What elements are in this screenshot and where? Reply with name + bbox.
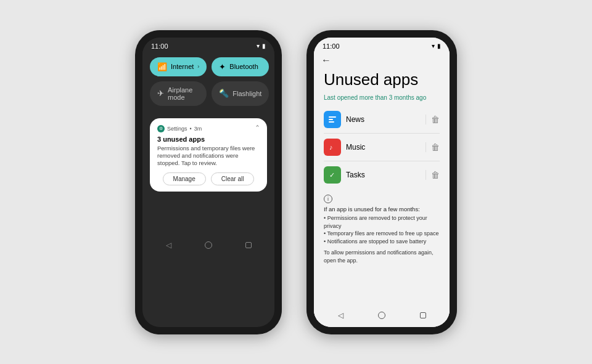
notif-app-name: Settings bbox=[167, 126, 187, 132]
app-row-tasks[interactable]: ✓ Tasks 🗑 bbox=[324, 161, 440, 188]
back-arrow-button[interactable]: ← bbox=[321, 55, 331, 65]
expand-icon[interactable]: ˄ bbox=[255, 124, 260, 133]
back-icon-1: ◁ bbox=[166, 241, 171, 249]
qs-tile-flashlight[interactable]: 🔦 Flashlight bbox=[212, 81, 269, 106]
status-bar-2: 11:00 ▾ ▮ bbox=[314, 38, 450, 52]
status-icons-2: ▾ ▮ bbox=[432, 42, 441, 49]
phone1-shell: 11:00 ▾ ▮ 📶 Internet › ✦ Bluetooth ✈ Air… bbox=[135, 30, 282, 334]
tasks-app-icon: ✓ bbox=[324, 166, 341, 184]
back-button-1[interactable]: ◁ bbox=[163, 240, 174, 251]
screen-content: Unused apps Last opened more than 3 mont… bbox=[314, 68, 450, 304]
svg-rect-2 bbox=[329, 121, 334, 123]
music-app-name: Music bbox=[346, 143, 421, 152]
recents-button-2[interactable] bbox=[417, 310, 429, 321]
svg-text:♪: ♪ bbox=[329, 144, 333, 151]
page-title: Unused apps bbox=[324, 71, 440, 89]
phone2-shell: 11:00 ▾ ▮ ← Unused apps Last opened more… bbox=[306, 30, 457, 334]
back-icon-2: ◁ bbox=[338, 311, 343, 320]
info-bullet-1: • Permissions are removed to protect you… bbox=[324, 214, 440, 230]
nav-bar-1: ◁ bbox=[142, 233, 274, 257]
notif-title: 3 unused apps bbox=[157, 135, 260, 143]
wifi-icon-1: ▾ bbox=[257, 42, 260, 49]
manage-button[interactable]: Manage bbox=[163, 172, 206, 185]
svg-rect-0 bbox=[329, 116, 336, 118]
home-icon-2 bbox=[378, 312, 385, 319]
info-icon-row: i bbox=[324, 195, 440, 203]
phone1-screen: 11:00 ▾ ▮ 📶 Internet › ✦ Bluetooth ✈ Air… bbox=[142, 38, 274, 327]
chevron-icon: › bbox=[197, 63, 199, 70]
notification-area: ⚙ Settings • 3m ˄ 3 unused apps Permissi… bbox=[142, 113, 274, 196]
delete-tasks-button[interactable]: 🗑 bbox=[426, 170, 440, 180]
section-label: Last opened more than 3 months ago bbox=[324, 94, 440, 101]
info-title: If an app is unused for a few months: bbox=[324, 206, 440, 212]
status-icons-1: ▾ ▮ bbox=[257, 42, 266, 49]
notification-card[interactable]: ⚙ Settings • 3m ˄ 3 unused apps Permissi… bbox=[150, 118, 267, 192]
battery-icon-1: ▮ bbox=[262, 42, 266, 49]
svg-rect-1 bbox=[329, 119, 333, 120]
wifi-qs-icon: 📶 bbox=[157, 62, 167, 71]
wifi-icon-2: ▾ bbox=[432, 42, 435, 49]
qs-flashlight-label: Flashlight bbox=[232, 90, 261, 97]
back-button-2[interactable]: ◁ bbox=[335, 310, 346, 321]
notif-app-row: ⚙ Settings • 3m bbox=[157, 125, 202, 132]
recents-icon-2 bbox=[420, 312, 426, 318]
phone2-screen: 11:00 ▾ ▮ ← Unused apps Last opened more… bbox=[314, 38, 450, 327]
notif-actions: Manage Clear all bbox=[157, 172, 260, 185]
recents-button-1[interactable] bbox=[243, 240, 254, 251]
qs-airplane-label: Airplane mode bbox=[168, 86, 199, 101]
news-app-name: News bbox=[346, 115, 421, 124]
clear-all-button[interactable]: Clear all bbox=[211, 172, 255, 185]
time-2: 11:00 bbox=[323, 42, 340, 50]
info-bullet-3: • Notifications are stopped to save batt… bbox=[324, 238, 440, 246]
home-button-1[interactable] bbox=[203, 240, 214, 251]
app-row-music[interactable]: ♪ Music 🗑 bbox=[324, 134, 440, 161]
battery-icon-2: ▮ bbox=[437, 42, 441, 49]
info-icon: i bbox=[324, 195, 332, 203]
delete-music-button[interactable]: 🗑 bbox=[426, 142, 440, 152]
qs-internet-label: Internet bbox=[171, 63, 194, 70]
unused-apps-screen: ← Unused apps Last opened more than 3 mo… bbox=[314, 52, 450, 327]
qs-tile-bluetooth[interactable]: ✦ Bluetooth bbox=[212, 57, 269, 76]
app-list: News 🗑 ♪ Music 🗑 bbox=[324, 106, 440, 188]
qs-bluetooth-label: Bluetooth bbox=[229, 63, 261, 70]
qs-tile-airplane[interactable]: ✈ Airplane mode bbox=[150, 81, 207, 106]
notif-time: 3m bbox=[194, 126, 202, 132]
info-footer: To allow permissions and notifications a… bbox=[324, 249, 440, 264]
qs-tile-internet[interactable]: 📶 Internet › bbox=[150, 57, 207, 76]
app-row-news[interactable]: News 🗑 bbox=[324, 106, 440, 134]
notif-body: Permissions and temporary files were rem… bbox=[157, 145, 260, 168]
home-button-2[interactable] bbox=[376, 310, 387, 321]
time-1: 11:00 bbox=[151, 42, 168, 50]
delete-news-button[interactable]: 🗑 bbox=[426, 115, 440, 124]
notif-header: ⚙ Settings • 3m ˄ bbox=[157, 124, 260, 133]
home-icon-1 bbox=[205, 241, 212, 249]
music-app-icon: ♪ bbox=[324, 139, 341, 156]
recents-icon-1 bbox=[245, 242, 252, 248]
tasks-app-name: Tasks bbox=[346, 171, 421, 179]
status-bar-1: 11:00 ▾ ▮ bbox=[142, 38, 274, 52]
info-section: i If an app is unused for a few months: … bbox=[324, 195, 440, 265]
news-app-icon bbox=[324, 111, 341, 128]
info-bullet-2: • Temporary files are removed to free up… bbox=[324, 230, 440, 238]
flashlight-icon: 🔦 bbox=[219, 89, 229, 98]
airplane-icon: ✈ bbox=[157, 89, 164, 98]
svg-text:✓: ✓ bbox=[329, 171, 335, 179]
settings-app-icon: ⚙ bbox=[157, 125, 165, 132]
bluetooth-icon: ✦ bbox=[219, 62, 226, 71]
screen-toolbar: ← bbox=[314, 52, 450, 68]
quick-settings-panel: 📶 Internet › ✦ Bluetooth ✈ Airplane mode… bbox=[142, 52, 274, 113]
notif-separator: • bbox=[190, 126, 192, 132]
nav-bar-2: ◁ bbox=[314, 304, 450, 327]
